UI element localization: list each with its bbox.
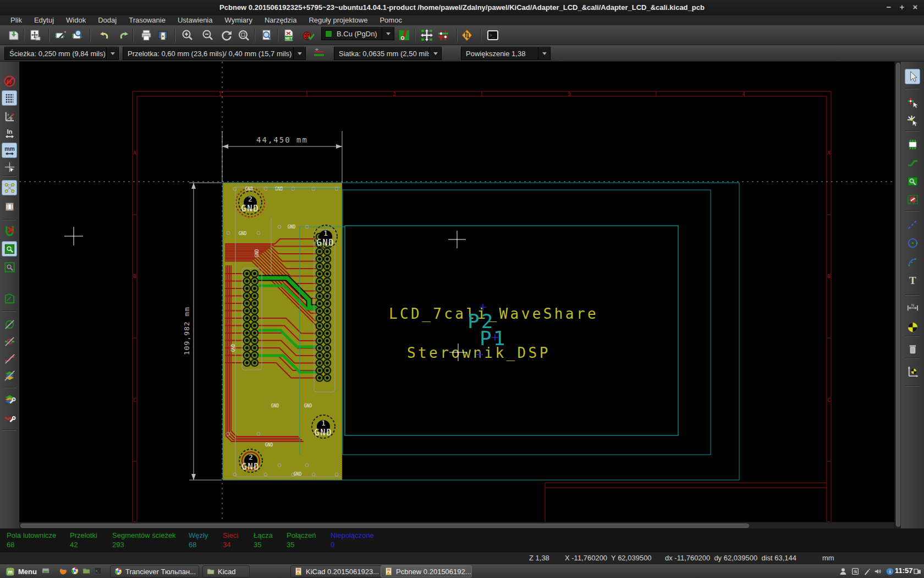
redo-button[interactable] <box>117 28 132 43</box>
zones-outline-button[interactable] <box>2 291 17 306</box>
local-ratsnest-button[interactable] <box>905 113 920 128</box>
taskbar-task-1[interactable]: Kicad <box>202 565 250 577</box>
firefox-launcher[interactable] <box>59 566 69 576</box>
vias-sketch-button[interactable] <box>2 334 17 349</box>
minimize-button[interactable]: − <box>882 0 895 15</box>
menu-widok[interactable]: Widok <box>60 15 92 25</box>
tray-disk-icon[interactable] <box>851 567 860 576</box>
ratsnest-button[interactable] <box>2 180 17 195</box>
show-desktop-launcher[interactable] <box>41 566 51 576</box>
menu-edytuj[interactable]: Edytuj <box>28 15 60 25</box>
chevron-down-icon[interactable] <box>106 47 118 59</box>
chevron-down-icon[interactable] <box>429 47 441 59</box>
tracks-sketch-button[interactable] <box>2 351 17 366</box>
menu-narz-dzia[interactable]: Narzędzia <box>258 15 303 25</box>
zoom-in-button[interactable] <box>180 28 195 43</box>
via-size-select[interactable]: Przelotka: 0,60 mm (23,6 mils)/ 0,40 mm … <box>123 47 306 60</box>
chevron-down-icon[interactable] <box>538 47 550 59</box>
drc-off-button[interactable] <box>2 73 17 89</box>
delete-item-button[interactable] <box>905 341 920 357</box>
select-button[interactable] <box>905 69 920 84</box>
undo-button[interactable] <box>96 28 112 43</box>
add-circle-button[interactable] <box>905 235 920 250</box>
chrome-launcher[interactable] <box>70 566 80 576</box>
page-settings-button[interactable] <box>28 28 43 43</box>
pcb-canvas[interactable]: 1234AABBCCDD <box>19 62 894 522</box>
menu-dodaj[interactable]: Dodaj <box>92 15 123 25</box>
fast-route-button[interactable] <box>459 28 475 43</box>
units-mm-button[interactable]: mm <box>2 143 17 158</box>
footprint-editor-button[interactable] <box>53 28 68 43</box>
tray-brush-icon[interactable] <box>862 567 871 576</box>
menu-button[interactable]: m Menu <box>2 565 40 577</box>
find-button[interactable] <box>259 28 274 43</box>
script-console-button[interactable]: >_ <box>485 28 501 43</box>
layer-manager-button[interactable] <box>2 391 17 406</box>
track-width-select[interactable]: Ścieżka: 0,250 mm (9,84 mils) * <box>4 47 119 60</box>
zoom-level-select[interactable]: Powiększenie 1,38 <box>461 47 551 60</box>
add-zone-button[interactable] <box>905 173 920 189</box>
track-autodelete-button[interactable] <box>2 222 17 238</box>
zoom-fit-button[interactable] <box>236 28 251 43</box>
add-dimension-button[interactable]: N <box>905 300 920 315</box>
footprint-mode-button[interactable] <box>419 28 435 43</box>
tray-shield-icon[interactable]: i <box>886 567 894 576</box>
grid-visibility-button[interactable] <box>2 90 17 106</box>
workspace-switcher-icon[interactable] <box>913 567 922 576</box>
hscroll-thumb[interactable] <box>20 524 749 528</box>
files-launcher[interactable] <box>82 566 92 576</box>
menu-regu-y-projektowe[interactable]: Reguły projektowe <box>302 15 373 25</box>
menu-plik[interactable]: Plik <box>4 15 28 25</box>
titlebar[interactable]: Pcbnew 0.201506192325+5795~23~ubuntu14.0… <box>0 0 924 15</box>
zones-filled-button[interactable] <box>2 241 17 257</box>
tray-volume-icon[interactable] <box>873 567 882 576</box>
zoom-redraw-button[interactable] <box>219 28 234 43</box>
add-keepout-button[interactable] <box>905 192 920 207</box>
save-button[interactable] <box>6 28 21 43</box>
vertical-scrollbar[interactable] <box>894 62 901 528</box>
menu-trasowanie[interactable]: Trasowanie <box>123 15 172 25</box>
chevron-down-icon[interactable] <box>382 28 394 40</box>
close-button[interactable]: × <box>909 0 922 15</box>
polar-coords-button[interactable]: rφ <box>2 108 17 124</box>
taskbar-task-0[interactable]: Tranciever Тюльпан... <box>110 565 199 577</box>
high-contrast-button[interactable] <box>2 368 17 383</box>
cursor-shape-button[interactable] <box>2 159 17 175</box>
vscroll-thumb[interactable] <box>896 63 900 527</box>
pads-sketch-button[interactable] <box>2 317 17 332</box>
grid-size-select[interactable]: Siatka: 0,0635 mm (2,50 mils) <box>334 47 442 60</box>
microwave-tools-button[interactable] <box>2 409 17 424</box>
highlight-net-button[interactable] <box>905 95 920 111</box>
menu-pomoc[interactable]: Pomoc <box>373 15 408 25</box>
units-inch-button[interactable]: In <box>2 126 17 141</box>
chevron-down-icon[interactable] <box>293 47 305 59</box>
add-footprint-button[interactable] <box>905 137 920 152</box>
add-line-button[interactable] <box>905 216 920 232</box>
ratsnest-footprint-button[interactable] <box>2 199 17 214</box>
terminal-launcher-launcher[interactable]: >_ <box>94 566 103 576</box>
taskbar-task-3[interactable]: Pcbnew 0.201506192... <box>381 565 472 577</box>
taskbar-task-2[interactable]: KiCad 0.2015061923... <box>290 565 382 577</box>
plot-button[interactable] <box>155 28 170 43</box>
track-mode-button[interactable] <box>436 28 451 43</box>
add-track-button[interactable] <box>905 155 920 171</box>
drc-button[interactable] <box>300 28 316 43</box>
grid-origin-button[interactable] <box>905 363 920 379</box>
footprint-viewer-button[interactable] <box>70 28 85 43</box>
tray-user-icon[interactable] <box>839 567 848 576</box>
horizontal-scrollbar[interactable] <box>19 522 894 528</box>
auto-track-width-button[interactable] <box>311 46 327 61</box>
add-arc-button[interactable] <box>905 254 920 269</box>
zones-unfilled-button[interactable] <box>2 259 17 275</box>
add-text-button[interactable]: T <box>905 272 920 288</box>
add-target-button[interactable] <box>905 319 920 335</box>
netlist-button[interactable]: NET <box>281 28 296 43</box>
menu-wymiary[interactable]: Wymiary <box>219 15 258 25</box>
layer-toggle-button[interactable] <box>397 28 412 43</box>
layer-selector[interactable]: B.Cu (PgDn) <box>321 27 394 40</box>
maximize-button[interactable]: + <box>895 0 909 15</box>
ref-p1-text: P1 <box>480 327 507 350</box>
zoom-out-button[interactable] <box>200 28 216 43</box>
menu-ustawienia[interactable]: Ustawienia <box>172 15 219 25</box>
print-button[interactable] <box>139 28 154 43</box>
